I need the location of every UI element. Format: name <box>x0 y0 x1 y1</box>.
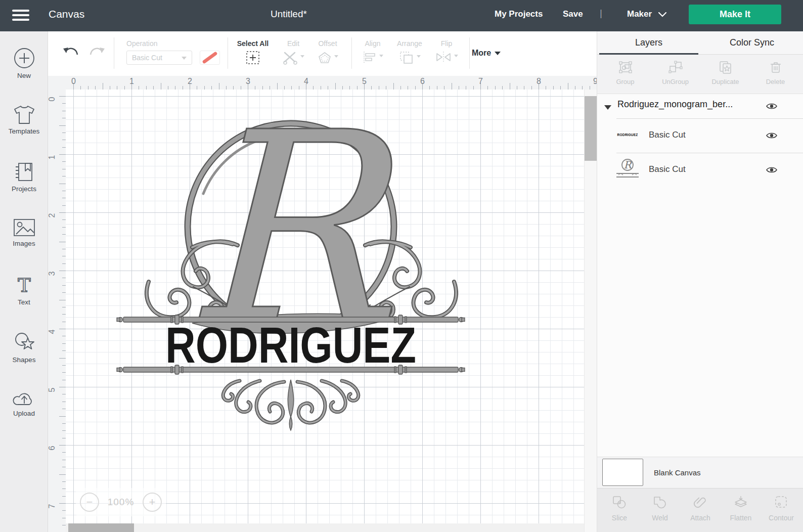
contour-button[interactable]: Contour <box>761 489 801 532</box>
duplicate-button[interactable]: Duplicate <box>700 55 750 94</box>
svg-text:R: R <box>623 159 632 171</box>
vertical-ruler: 0 1 2 3 4 5 6 7 <box>48 90 66 532</box>
ruler-number: 5 <box>362 77 367 86</box>
blank-canvas-row: Blank Canvas <box>597 457 803 488</box>
sidebar-item-upload[interactable]: Upload <box>0 388 48 417</box>
sidebar-item-label: Templates <box>0 127 48 135</box>
chevron-down-icon <box>495 52 501 55</box>
edit-toolbar: Operation Basic Cut Select All Edit <box>48 31 597 76</box>
group-collapse-caret[interactable] <box>604 105 611 110</box>
slice-icon <box>612 496 627 509</box>
layers-panel: Layers Color Sync Group <box>597 31 803 532</box>
redo-icon[interactable] <box>88 46 106 61</box>
sidebar-item-shapes[interactable]: Shapes <box>0 332 48 364</box>
delete-button[interactable]: Delete <box>750 55 800 94</box>
group-button[interactable]: Group <box>600 55 650 94</box>
ruler-number: 5 <box>48 388 57 392</box>
horizontal-scrollbar-thumb[interactable] <box>68 523 134 532</box>
design-canvas[interactable]: R RODRIGUEZ − 100% + <box>66 90 597 532</box>
zoom-out-button[interactable]: − <box>80 493 99 512</box>
save-link[interactable]: Save <box>563 9 583 19</box>
select-all-button[interactable]: Select All <box>233 39 273 65</box>
cricut-design-space-window: Canvas Untitled* My Projects Save | Make… <box>0 0 803 532</box>
flatten-icon <box>734 496 748 509</box>
machine-select[interactable]: Maker <box>627 9 652 19</box>
more-button[interactable]: More <box>472 49 501 58</box>
tab-layers[interactable]: Layers <box>597 31 700 54</box>
chevron-down-icon <box>454 55 458 57</box>
picture-icon <box>13 218 35 237</box>
ungroup-button[interactable]: UnGroup <box>650 55 700 94</box>
layer-group-title[interactable]: Rodriguez_monogram_ber... <box>617 99 759 110</box>
ruler-number: 7 <box>478 77 483 86</box>
layer-divider <box>616 153 803 153</box>
vertical-scrollbar-thumb[interactable] <box>585 96 597 161</box>
sidebar-item-label: Shapes <box>0 356 48 364</box>
contour-icon <box>774 496 788 509</box>
eye-visibility-icon[interactable] <box>766 131 777 140</box>
monogram-design[interactable]: R RODRIGUEZ <box>116 119 470 433</box>
layer-thumbnail-text[interactable]: RODRIGUEZ <box>614 126 641 143</box>
svg-text:T: T <box>18 275 30 295</box>
ruler-number: 0 <box>71 77 76 86</box>
layer-row[interactable]: Basic Cut <box>649 164 686 174</box>
red-line-icon <box>200 51 219 64</box>
ruler-number: 0 <box>48 97 57 102</box>
flip-button[interactable]: Flip <box>426 39 467 64</box>
blank-canvas-swatch[interactable] <box>602 459 643 486</box>
canvas-menu-label[interactable]: Canvas <box>49 8 84 20</box>
offset-icon <box>318 51 332 65</box>
operation-value: Basic Cut <box>132 54 162 62</box>
sidebar-item-label: Upload <box>0 410 48 417</box>
offset-button[interactable]: Offset <box>307 39 348 65</box>
align-button[interactable]: Align <box>352 39 393 64</box>
panel-tabs: Layers Color Sync <box>597 31 803 55</box>
sidebar-item-images[interactable]: Images <box>0 218 48 247</box>
vertical-scrollbar[interactable] <box>584 90 597 532</box>
monogram-flourish-bottom <box>223 380 359 430</box>
operation-color-swatch[interactable] <box>200 51 220 65</box>
left-sidebar: New Templates Projects Images <box>0 31 48 532</box>
sidebar-item-text[interactable]: T Text <box>0 275 48 306</box>
attach-button[interactable]: Attach <box>680 489 721 532</box>
operation-dropdown[interactable]: Basic Cut <box>126 51 192 65</box>
tab-color-sync[interactable]: Color Sync <box>700 31 803 54</box>
layer-thumbnail-monogram[interactable]: R <box>614 158 641 180</box>
zoom-controls: − 100% + <box>76 488 166 516</box>
zoom-level: 100% <box>108 497 135 508</box>
chevron-down-icon <box>334 55 338 58</box>
arrange-button[interactable]: Arrange <box>389 39 430 65</box>
eye-visibility-icon[interactable] <box>766 102 777 110</box>
my-projects-link[interactable]: My Projects <box>495 9 543 19</box>
edit-icon <box>283 51 298 65</box>
sidebar-item-label: Text <box>0 298 48 306</box>
ruler-number: 6 <box>420 77 425 86</box>
weld-button[interactable]: Weld <box>640 489 680 532</box>
ruler-number: 2 <box>188 77 192 86</box>
sidebar-item-projects[interactable]: Projects <box>0 162 48 193</box>
layer-row[interactable]: Basic Cut <box>649 130 686 140</box>
flatten-button[interactable]: Flatten <box>721 489 761 532</box>
undo-icon[interactable] <box>62 46 79 61</box>
letter-t-icon: T <box>14 275 34 295</box>
horizontal-scrollbar[interactable] <box>66 523 584 532</box>
toolbar-divider <box>114 37 114 69</box>
topbar-separator: | <box>600 8 602 19</box>
hamburger-menu-icon[interactable] <box>12 10 29 22</box>
top-bar: Canvas Untitled* My Projects Save | Make… <box>0 0 803 31</box>
make-it-button[interactable]: Make It <box>689 5 781 24</box>
ruler-number: 7 <box>48 504 57 509</box>
chevron-down-icon[interactable] <box>658 12 666 17</box>
toolbar-divider <box>351 37 352 69</box>
zoom-in-button[interactable]: + <box>143 493 162 512</box>
chevron-down-icon <box>379 55 383 57</box>
eye-visibility-icon[interactable] <box>766 166 777 174</box>
duplicate-icon <box>719 61 733 74</box>
sidebar-item-new[interactable]: New <box>0 48 48 79</box>
slice-button[interactable]: Slice <box>599 489 640 532</box>
sidebar-item-templates[interactable]: Templates <box>0 105 48 135</box>
ruler-number: 8 <box>537 77 541 86</box>
chevron-down-icon <box>417 55 421 58</box>
monogram-name-text: RODRIGUEZ <box>165 317 416 373</box>
sidebar-item-label: New <box>0 72 48 79</box>
